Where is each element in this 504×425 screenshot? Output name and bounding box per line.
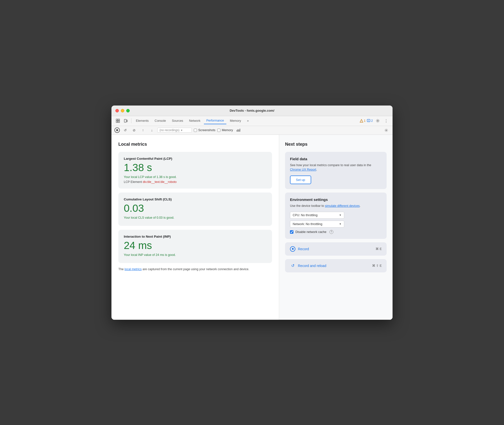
lcp-element-label: LCP Element (124, 180, 142, 184)
clear-icon[interactable]: ⊘ (131, 127, 138, 134)
footer-text: The local metrics are captured from the … (118, 267, 272, 272)
setup-button[interactable]: Set up (290, 176, 311, 184)
device-toolbar-icon[interactable] (122, 117, 129, 124)
simulate-devices-link[interactable]: simulate different devices (325, 204, 360, 208)
lcp-element-link[interactable]: div.tile__text.tile__roboto (143, 180, 177, 184)
env-settings-title: Environment settings (290, 197, 382, 202)
download-icon[interactable]: ↓ (148, 127, 155, 134)
chrome-ux-report-link[interactable]: Chrome UX Report (290, 168, 316, 171)
field-data-card: Field data See how your local metrics co… (285, 152, 387, 189)
main-toolbar: Elements Console Sources Network Perform… (111, 116, 393, 126)
minimize-button[interactable] (121, 109, 124, 112)
network-dropdown-arrow: ▼ (339, 223, 342, 225)
fullscreen-button[interactable] (126, 109, 130, 112)
svg-rect-10 (237, 130, 237, 132)
title-bar: DevTools - fonts.google.com/ (111, 106, 393, 116)
record-action-left: Record (290, 246, 309, 252)
lcp-card: Largest Contentful Paint (LCP) 1.38 s Yo… (118, 152, 272, 189)
close-button[interactable] (115, 109, 119, 112)
cls-card: Cumulative Layout Shift (CLS) 0.03 Your … (118, 193, 272, 226)
cls-desc-prefix: Your local CLS value of (124, 216, 157, 219)
toolbar-right: ! 1 ✉ 2 ⋮ (360, 117, 390, 124)
window-title: DevTools - fonts.google.com/ (230, 109, 274, 112)
record-action-icon (290, 246, 295, 252)
record-reload-action-card[interactable]: ↺ Record and reload ⌘ ⇧ E (285, 259, 387, 272)
local-metrics-title: Local metrics (118, 142, 272, 147)
svg-rect-13 (240, 129, 240, 132)
svg-point-9 (377, 120, 378, 122)
screenshots-checkbox[interactable] (194, 129, 197, 132)
cls-desc-value: 0.03 (157, 216, 162, 219)
inp-desc-suffix: is good. (164, 253, 176, 257)
disable-cache-checkbox[interactable] (290, 230, 293, 234)
disable-cache-label: Disable network cache (295, 230, 326, 234)
disable-cache-help-icon[interactable]: ? (329, 230, 333, 234)
tab-console[interactable]: Console (152, 118, 168, 124)
traffic-lights (115, 109, 130, 112)
cpu-throttling-dropdown[interactable]: CPU: No throttling ▼ (290, 212, 344, 219)
performance-settings-icon[interactable] (383, 127, 390, 134)
gear-icon[interactable] (374, 117, 381, 124)
reload-icon[interactable]: ↺ (122, 127, 129, 134)
more-tabs-icon[interactable]: » (244, 117, 251, 124)
memory-chart-icon[interactable] (235, 127, 242, 134)
memory-checkbox[interactable] (217, 129, 220, 132)
left-panel: Local metrics Largest Contentful Paint (… (111, 135, 279, 320)
record-reload-label: Record and reload (298, 264, 326, 268)
footer-suffix: are captured from the current page using… (142, 267, 249, 271)
local-metrics-link[interactable]: local metrics (125, 267, 142, 271)
lcp-desc-value: 1.38 s (157, 175, 165, 179)
tab-elements[interactable]: Elements (133, 118, 151, 124)
lcp-desc-prefix: Your local LCP value of (124, 175, 157, 179)
record-reload-action-left: ↺ Record and reload (290, 263, 326, 268)
record-shortcut: ⌘ E (376, 247, 382, 251)
inp-desc-prefix: Your local INP value of (124, 253, 156, 257)
record-icon-dot (292, 248, 294, 250)
inspector-icon[interactable] (114, 117, 121, 124)
info-count: 2 (371, 119, 373, 123)
cls-desc-suffix: is good. (162, 216, 174, 219)
svg-rect-4 (124, 119, 126, 122)
lcp-value: 1.38 s (124, 162, 267, 173)
inp-desc-value: 24 ms (156, 253, 164, 257)
inp-card: Interaction to Next Paint (INP) 24 ms Yo… (118, 230, 272, 263)
next-steps-title: Next steps (285, 142, 387, 147)
inp-title: Interaction to Next Paint (INP) (124, 235, 267, 238)
env-desc-prefix: Use the device toolbar to (290, 204, 325, 208)
network-throttling-dropdown[interactable]: Network: No throttling ▼ (290, 221, 344, 228)
cls-title: Cumulative Layout Shift (CLS) (124, 197, 267, 201)
field-data-desc: See how your local metrics compare to re… (290, 163, 382, 172)
field-data-title: Field data (290, 157, 382, 161)
devtools-window: DevTools - fonts.google.com/ Elements Co… (111, 106, 393, 320)
lcp-desc-suffix: is good. (165, 175, 177, 179)
record-button[interactable] (114, 127, 120, 133)
secondary-toolbar: ↺ ⊘ ↑ ↓ (no recordings) ▼ Screenshots Me… (111, 126, 393, 135)
record-reload-icon: ↺ (290, 263, 295, 268)
env-desc-suffix: . (360, 204, 360, 208)
memory-checkbox-container: Memory (217, 128, 233, 132)
warning-badge[interactable]: ! 1 (360, 119, 366, 123)
cls-value: 0.03 (124, 203, 267, 213)
toolbar-separator (131, 118, 131, 123)
disable-cache-row: Disable network cache ? (290, 230, 382, 234)
record-action-card[interactable]: Record ⌘ E (285, 242, 387, 256)
svg-rect-2 (116, 121, 118, 123)
recordings-placeholder: (no recordings) (160, 128, 180, 132)
tab-memory[interactable]: Memory (227, 118, 243, 124)
footer-prefix: The (118, 267, 125, 271)
warning-count: 1 (364, 119, 366, 123)
cls-desc: Your local CLS value of 0.03 is good. (124, 216, 267, 219)
tab-performance[interactable]: Performance (204, 117, 227, 124)
recordings-dropdown[interactable]: (no recordings) ▼ (157, 128, 192, 133)
screenshots-checkbox-container: Screenshots (194, 128, 215, 132)
svg-rect-5 (126, 120, 127, 122)
upload-icon[interactable]: ↑ (140, 127, 146, 134)
record-label: Record (298, 247, 309, 251)
info-badge[interactable]: ✉ 2 (367, 119, 373, 123)
kebab-menu-icon[interactable]: ⋮ (383, 118, 390, 124)
environment-settings-card: Environment settings Use the device tool… (285, 193, 387, 239)
svg-rect-3 (118, 121, 120, 123)
tab-sources[interactable]: Sources (169, 118, 186, 124)
tab-network[interactable]: Network (187, 118, 203, 124)
svg-rect-1 (118, 119, 120, 121)
